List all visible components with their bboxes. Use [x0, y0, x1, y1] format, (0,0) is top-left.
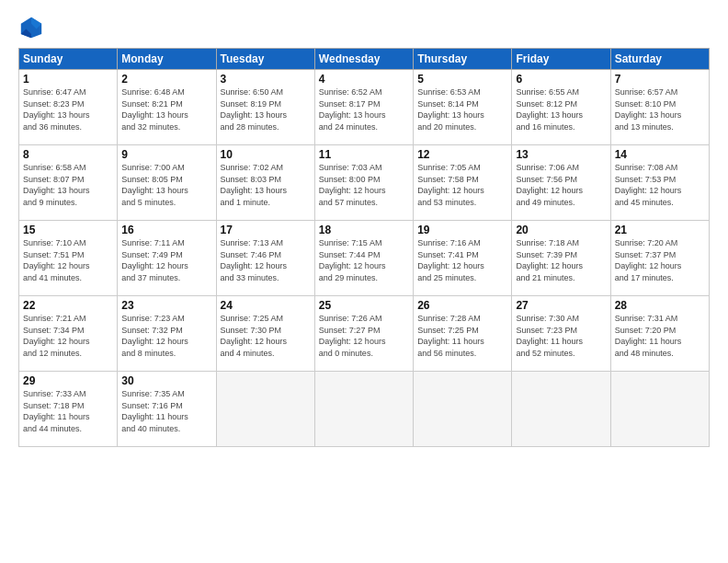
table-row: 26Sunrise: 7:28 AM Sunset: 7:25 PM Dayli…: [414, 296, 512, 372]
logo-icon: [18, 15, 44, 40]
table-row: 5Sunrise: 6:53 AM Sunset: 8:14 PM Daylig…: [414, 70, 512, 145]
table-row: 20Sunrise: 7:18 AM Sunset: 7:39 PM Dayli…: [512, 221, 610, 296]
table-row: 8Sunrise: 6:58 AM Sunset: 8:07 PM Daylig…: [19, 145, 118, 221]
calendar-week-row: 15Sunrise: 7:10 AM Sunset: 7:51 PM Dayli…: [19, 221, 710, 296]
table-row: 7Sunrise: 6:57 AM Sunset: 8:10 PM Daylig…: [610, 70, 709, 145]
table-row: 14Sunrise: 7:08 AM Sunset: 7:53 PM Dayli…: [610, 145, 709, 221]
day-info: Sunrise: 6:57 AM Sunset: 8:10 PM Dayligh…: [615, 86, 705, 132]
table-row: 22Sunrise: 7:21 AM Sunset: 7:34 PM Dayli…: [19, 296, 118, 372]
day-number: 15: [23, 224, 113, 236]
day-number: 20: [516, 224, 606, 236]
day-info: Sunrise: 7:00 AM Sunset: 8:05 PM Dayligh…: [121, 162, 211, 208]
table-row: [216, 372, 314, 447]
weekday-header: Tuesday: [216, 49, 314, 70]
calendar-week-row: 22Sunrise: 7:21 AM Sunset: 7:34 PM Dayli…: [19, 296, 710, 372]
table-row: 29Sunrise: 7:33 AM Sunset: 7:18 PM Dayli…: [19, 372, 118, 447]
day-info: Sunrise: 6:47 AM Sunset: 8:23 PM Dayligh…: [23, 86, 113, 132]
day-info: Sunrise: 7:08 AM Sunset: 7:53 PM Dayligh…: [615, 162, 705, 208]
table-row: [512, 372, 610, 447]
day-info: Sunrise: 7:21 AM Sunset: 7:34 PM Dayligh…: [23, 313, 113, 359]
table-row: 9Sunrise: 7:00 AM Sunset: 8:05 PM Daylig…: [118, 145, 216, 221]
day-info: Sunrise: 7:06 AM Sunset: 7:56 PM Dayligh…: [516, 162, 606, 208]
header: [18, 15, 710, 40]
day-info: Sunrise: 6:58 AM Sunset: 8:07 PM Dayligh…: [23, 162, 113, 208]
day-info: Sunrise: 7:30 AM Sunset: 7:23 PM Dayligh…: [516, 313, 606, 359]
day-number: 26: [417, 299, 507, 312]
weekday-header: Sunday: [19, 49, 118, 70]
day-number: 1: [23, 73, 113, 86]
weekday-header: Thursday: [414, 49, 512, 70]
table-row: 21Sunrise: 7:20 AM Sunset: 7:37 PM Dayli…: [610, 221, 709, 296]
day-number: 27: [516, 299, 606, 312]
day-number: 9: [121, 148, 211, 161]
table-row: 27Sunrise: 7:30 AM Sunset: 7:23 PM Dayli…: [512, 296, 610, 372]
weekday-header: Monday: [118, 49, 216, 70]
day-number: 17: [221, 224, 311, 236]
day-number: 3: [221, 73, 311, 86]
day-number: 22: [23, 299, 113, 312]
table-row: 19Sunrise: 7:16 AM Sunset: 7:41 PM Dayli…: [414, 221, 512, 296]
calendar-week-row: 8Sunrise: 6:58 AM Sunset: 8:07 PM Daylig…: [19, 145, 710, 221]
table-row: 10Sunrise: 7:02 AM Sunset: 8:03 PM Dayli…: [216, 145, 314, 221]
table-row: 3Sunrise: 6:50 AM Sunset: 8:19 PM Daylig…: [216, 70, 314, 145]
day-number: 24: [221, 299, 311, 312]
table-row: 23Sunrise: 7:23 AM Sunset: 7:32 PM Dayli…: [118, 296, 216, 372]
day-number: 13: [516, 148, 606, 161]
table-row: 11Sunrise: 7:03 AM Sunset: 8:00 PM Dayli…: [314, 145, 413, 221]
day-info: Sunrise: 7:25 AM Sunset: 7:30 PM Dayligh…: [221, 313, 311, 359]
day-number: 11: [319, 148, 409, 161]
day-info: Sunrise: 7:15 AM Sunset: 7:44 PM Dayligh…: [319, 237, 409, 283]
calendar-week-row: 29Sunrise: 7:33 AM Sunset: 7:18 PM Dayli…: [19, 372, 710, 447]
day-number: 2: [121, 73, 211, 86]
day-info: Sunrise: 7:13 AM Sunset: 7:46 PM Dayligh…: [221, 237, 311, 283]
page: SundayMondayTuesdayWednesdayThursdayFrid…: [0, 0, 728, 563]
day-info: Sunrise: 7:16 AM Sunset: 7:41 PM Dayligh…: [417, 237, 507, 283]
weekday-header: Friday: [512, 49, 610, 70]
table-row: 15Sunrise: 7:10 AM Sunset: 7:51 PM Dayli…: [19, 221, 118, 296]
day-info: Sunrise: 7:20 AM Sunset: 7:37 PM Dayligh…: [615, 237, 705, 283]
calendar-header-row: SundayMondayTuesdayWednesdayThursdayFrid…: [19, 49, 710, 70]
weekday-header: Saturday: [610, 49, 709, 70]
day-info: Sunrise: 7:05 AM Sunset: 7:58 PM Dayligh…: [417, 162, 507, 208]
table-row: 4Sunrise: 6:52 AM Sunset: 8:17 PM Daylig…: [314, 70, 413, 145]
day-number: 21: [615, 224, 705, 236]
day-info: Sunrise: 7:35 AM Sunset: 7:16 PM Dayligh…: [121, 388, 211, 434]
day-number: 12: [417, 148, 507, 161]
day-info: Sunrise: 6:52 AM Sunset: 8:17 PM Dayligh…: [319, 86, 409, 132]
day-info: Sunrise: 7:02 AM Sunset: 8:03 PM Dayligh…: [221, 162, 311, 208]
day-number: 4: [319, 73, 409, 86]
table-row: 28Sunrise: 7:31 AM Sunset: 7:20 PM Dayli…: [610, 296, 709, 372]
day-info: Sunrise: 7:11 AM Sunset: 7:49 PM Dayligh…: [121, 237, 211, 283]
table-row: 1Sunrise: 6:47 AM Sunset: 8:23 PM Daylig…: [19, 70, 118, 145]
table-row: 13Sunrise: 7:06 AM Sunset: 7:56 PM Dayli…: [512, 145, 610, 221]
table-row: 16Sunrise: 7:11 AM Sunset: 7:49 PM Dayli…: [118, 221, 216, 296]
calendar-week-row: 1Sunrise: 6:47 AM Sunset: 8:23 PM Daylig…: [19, 70, 710, 145]
table-row: [314, 372, 413, 447]
weekday-header: Wednesday: [314, 49, 413, 70]
day-number: 5: [417, 73, 507, 86]
calendar: SundayMondayTuesdayWednesdayThursdayFrid…: [18, 48, 710, 447]
day-info: Sunrise: 7:33 AM Sunset: 7:18 PM Dayligh…: [23, 388, 113, 434]
day-info: Sunrise: 6:55 AM Sunset: 8:12 PM Dayligh…: [516, 86, 606, 132]
day-number: 29: [23, 374, 113, 387]
day-info: Sunrise: 6:48 AM Sunset: 8:21 PM Dayligh…: [121, 86, 211, 132]
table-row: 2Sunrise: 6:48 AM Sunset: 8:21 PM Daylig…: [118, 70, 216, 145]
table-row: [414, 372, 512, 447]
day-number: 14: [615, 148, 705, 161]
day-number: 8: [23, 148, 113, 161]
day-number: 19: [417, 224, 507, 236]
day-number: 10: [221, 148, 311, 161]
day-number: 30: [121, 374, 211, 387]
table-row: 24Sunrise: 7:25 AM Sunset: 7:30 PM Dayli…: [216, 296, 314, 372]
logo: [18, 15, 48, 40]
table-row: 6Sunrise: 6:55 AM Sunset: 8:12 PM Daylig…: [512, 70, 610, 145]
day-info: Sunrise: 7:10 AM Sunset: 7:51 PM Dayligh…: [23, 237, 113, 283]
day-number: 23: [121, 299, 211, 312]
day-info: Sunrise: 7:31 AM Sunset: 7:20 PM Dayligh…: [615, 313, 705, 359]
day-info: Sunrise: 6:50 AM Sunset: 8:19 PM Dayligh…: [221, 86, 311, 132]
day-number: 16: [121, 224, 211, 236]
day-info: Sunrise: 6:53 AM Sunset: 8:14 PM Dayligh…: [417, 86, 507, 132]
table-row: 25Sunrise: 7:26 AM Sunset: 7:27 PM Dayli…: [314, 296, 413, 372]
table-row: 30Sunrise: 7:35 AM Sunset: 7:16 PM Dayli…: [118, 372, 216, 447]
day-info: Sunrise: 7:26 AM Sunset: 7:27 PM Dayligh…: [319, 313, 409, 359]
